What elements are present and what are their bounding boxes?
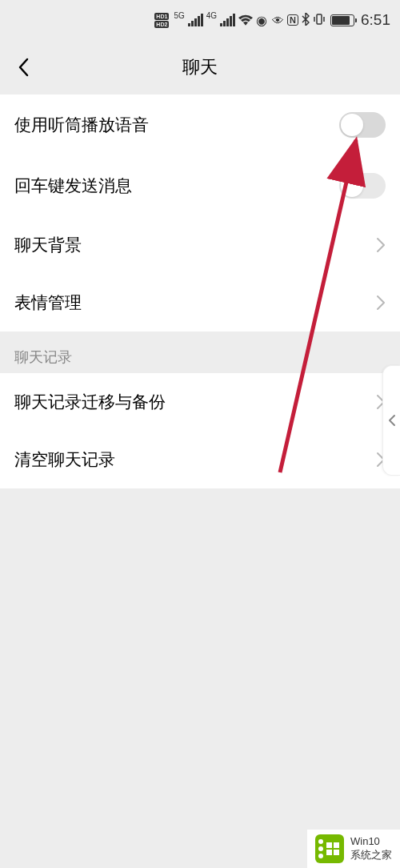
toggle-enter-send[interactable] — [339, 173, 386, 199]
svg-rect-6 — [334, 850, 339, 855]
row-label: 聊天背景 — [14, 234, 82, 256]
settings-group-1: 使用听筒播放语音 回车键发送消息 聊天背景 表情管理 — [0, 94, 400, 332]
toggle-knob — [341, 114, 363, 136]
watermark: Win10 系统之家 — [307, 830, 400, 868]
signal-bars-1 — [188, 14, 203, 26]
vibrate-icon — [313, 13, 326, 28]
row-label: 回车键发送消息 — [14, 175, 132, 197]
chevron-left-icon — [18, 58, 29, 77]
nfc-icon: N — [287, 14, 298, 26]
watermark-line1: Win10 — [350, 835, 392, 849]
battery-icon — [330, 14, 354, 26]
row-label: 聊天记录迁移与备份 — [14, 391, 166, 413]
watermark-logo — [315, 834, 344, 863]
side-drawer-tab[interactable] — [382, 365, 400, 476]
chevron-left-icon — [388, 414, 396, 427]
row-earpiece-voice[interactable]: 使用听筒播放语音 — [0, 94, 400, 155]
chevron-right-icon — [376, 295, 386, 311]
watermark-line2: 系统之家 — [350, 849, 392, 862]
row-stickers[interactable]: 表情管理 — [0, 274, 400, 332]
row-label: 使用听筒播放语音 — [14, 114, 149, 136]
svg-rect-4 — [334, 842, 339, 848]
toggle-earpiece[interactable] — [339, 112, 386, 138]
network-5g-label: 5G — [174, 11, 184, 20]
svg-rect-3 — [326, 842, 332, 848]
chevron-right-icon — [376, 237, 386, 253]
row-migrate-backup[interactable]: 聊天记录迁移与备份 — [0, 373, 400, 431]
signal-bars-2 — [220, 14, 235, 26]
row-clear-history[interactable]: 清空聊天记录 — [0, 431, 400, 488]
wifi-icon — [238, 14, 253, 26]
row-enter-send[interactable]: 回车键发送消息 — [0, 155, 400, 216]
row-chat-background[interactable]: 聊天背景 — [0, 216, 400, 274]
status-bar: HD1 HD2 5G 4G ◉ 👁 N 6:51 — [0, 0, 400, 40]
svg-rect-0 — [317, 14, 322, 24]
status-icons-right: 👁 N 6:51 — [272, 11, 390, 29]
hd2-badge: HD2 — [154, 21, 169, 28]
hd1-badge: HD1 — [154, 13, 169, 20]
svg-rect-5 — [326, 850, 332, 855]
back-button[interactable] — [11, 55, 35, 79]
row-label: 表情管理 — [14, 291, 82, 314]
clock-time: 6:51 — [361, 11, 390, 29]
bluetooth-icon — [302, 13, 310, 28]
row-label: 清空聊天记录 — [14, 448, 115, 471]
settings-group-2: 聊天记录迁移与备份 清空聊天记录 — [0, 373, 400, 488]
status-icons-left: HD1 HD2 5G 4G ◉ — [154, 13, 267, 28]
toggle-knob — [341, 175, 363, 197]
wechat-icon: ◉ — [256, 13, 267, 28]
page-title: 聊天 — [0, 55, 400, 79]
page-header: 聊天 — [0, 40, 400, 94]
network-4g-label: 4G — [206, 11, 217, 20]
eye-icon: 👁 — [272, 14, 284, 27]
watermark-text: Win10 系统之家 — [350, 835, 392, 862]
section-header-history: 聊天记录 — [0, 332, 400, 373]
